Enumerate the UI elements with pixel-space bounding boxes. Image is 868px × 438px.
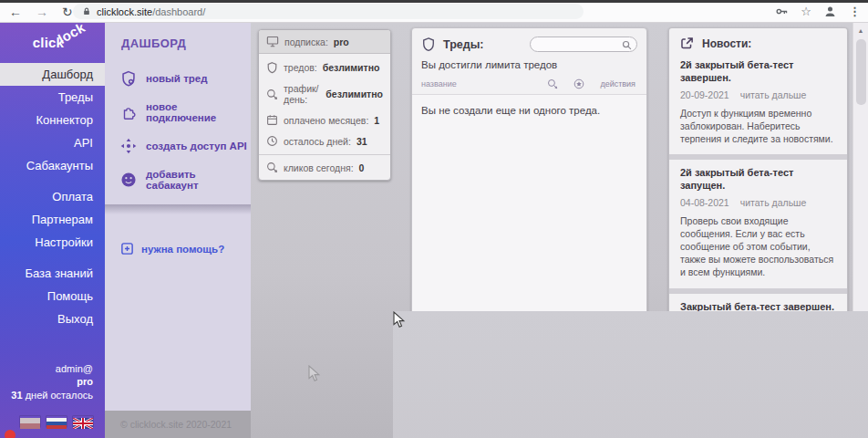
star-circle-icon (574, 78, 584, 89)
calendar-icon (266, 114, 278, 126)
stat-row-clicks-today: кликов сегодня:0 (259, 154, 390, 180)
stat-row-days-left: осталось дней:31 (259, 130, 390, 151)
dashboard-panel-title: ДАШБОРД (121, 36, 251, 50)
browser-chrome: ← → ↻ clicklock.site/dashboard/ ☆ ⋮ (0, 0, 868, 23)
new-connection-link[interactable]: новое подключение (105, 94, 251, 130)
shield-plus-icon (120, 70, 137, 87)
sidebar-item-logout[interactable]: Выход (0, 308, 105, 330)
sidebar-menu: Дашборд Треды Коннектор API Сабакаунты О… (0, 63, 105, 330)
news-item-body: Проверь свои входящие сообщения. Если у … (680, 214, 836, 279)
profile-icon[interactable] (823, 5, 837, 18)
column-name-label: название (421, 79, 457, 89)
language-switcher (20, 416, 93, 427)
news-item-title: 2й закрытый бета-тест завершен. (680, 58, 836, 85)
click-icon (547, 78, 558, 89)
click-icon (266, 162, 278, 173)
account-days-left: 31 дней осталось (11, 389, 93, 402)
url-text: clicklock.site/dashboard/ (97, 6, 205, 17)
monitor-icon (266, 36, 279, 47)
subscription-card: подписка: pro тредов:безлимитно трафик/д… (258, 29, 391, 181)
mouse-cursor-ghost-icon (308, 365, 321, 387)
news-title: Новости: (702, 37, 751, 50)
key-icon[interactable] (775, 5, 789, 18)
new-thread-label: новый тред (146, 73, 207, 84)
external-link-icon (680, 36, 694, 50)
shield-icon (266, 61, 278, 74)
address-bar[interactable]: clicklock.site/dashboard/ (73, 4, 584, 19)
thread-limit-notice: Вы достигли лимита тредов (412, 57, 646, 77)
news-card: Новости: 2й закрытый бета-тест завершен.… (669, 28, 847, 154)
shield-icon (421, 36, 436, 52)
copyright-footer: © clicklock.site 2020-2021 (105, 411, 251, 438)
clicklock-logo: clicklock (0, 23, 105, 50)
help-plus-icon (120, 242, 134, 256)
stat-row-months-paid: оплачено месяцев:1 (259, 110, 390, 130)
flag-poland-icon[interactable] (20, 416, 40, 427)
browser-back-button[interactable]: ← (9, 4, 22, 20)
news-item-title: 2й закрытый бета-тест запущен. (680, 166, 836, 193)
news-item-body: Доступ к функциям временно заблокирован.… (680, 107, 836, 146)
sidebar-item-api[interactable]: API (0, 131, 105, 154)
threads-search-input[interactable] (531, 37, 636, 51)
bookmark-star-icon[interactable]: ☆ (801, 5, 811, 18)
subscription-header: подписка: pro (259, 30, 390, 54)
puzzle-icon (120, 104, 137, 120)
account-email: admin@ (11, 362, 93, 375)
stat-row-traffic: трафик/день:безлимитно (259, 78, 390, 110)
read-more-link[interactable]: читать дальше (740, 197, 807, 208)
search-icon (622, 40, 632, 50)
sidebar-item-help[interactable]: Помощь (0, 285, 105, 308)
browser-forward-button[interactable]: → (36, 4, 48, 20)
menu-dots-icon[interactable]: ⋮ (849, 5, 861, 18)
sidebar-item-dashboard[interactable]: Дашборд (0, 63, 105, 86)
read-more-link[interactable]: читать дальше (740, 89, 807, 100)
new-thread-link[interactable]: новый тред (105, 63, 251, 94)
clock-icon (266, 135, 278, 147)
news-item-date: 20-09-2021 (680, 89, 729, 100)
section-divider (105, 204, 251, 214)
browser-reload-button[interactable]: ↻ (62, 4, 73, 20)
sidebar-item-connector[interactable]: Коннектор (0, 109, 105, 131)
create-api-access-link[interactable]: создать доступ API (105, 130, 251, 162)
create-api-access-label: создать доступ API (146, 141, 247, 151)
flag-uk-icon[interactable] (73, 416, 93, 427)
sidebar: clicklock Дашборд Треды Коннектор API Са… (0, 23, 105, 438)
window-top-strip (0, 0, 868, 3)
news-item-date: 04-08-2021 (680, 197, 729, 208)
add-subaccount-link[interactable]: добавить сабакаунт (105, 162, 251, 198)
threads-search-box (530, 36, 637, 52)
add-subaccount-label: добавить сабакаунт (146, 169, 247, 191)
news-card: 2й закрытый бета-тест запущен. 04-08-202… (669, 160, 847, 287)
stat-row-threads: тредов:безлимитно (259, 54, 390, 78)
lock-icon (82, 6, 91, 16)
recording-dot (5, 430, 16, 438)
mouse-cursor-icon (393, 311, 868, 438)
sidebar-item-settings[interactable]: Настройки (0, 231, 105, 254)
click-icon (266, 89, 278, 100)
face-icon (120, 172, 137, 188)
subscription-label: подписка: (284, 36, 328, 47)
sidebar-item-subaccounts[interactable]: Сабакаунты (0, 154, 105, 177)
subscription-value: pro (334, 36, 349, 47)
dashboard-actions-panel: ДАШБОРД новый тред новое подключение соз… (105, 23, 251, 438)
need-help-link[interactable]: нужна помощь? (120, 242, 251, 256)
flag-russia-icon[interactable] (46, 416, 67, 427)
account-info: admin@ pro 31 дней осталось (11, 362, 93, 402)
new-connection-label: новое подключение (146, 101, 247, 123)
scrollbar-thumb[interactable] (856, 39, 866, 105)
need-help-label: нужна помощь? (141, 244, 224, 255)
threads-title: Треды: (443, 38, 484, 51)
threads-table-header: название действия (412, 77, 646, 95)
column-actions-label: действия (600, 79, 636, 89)
sidebar-item-knowledge-base[interactable]: База знаний (0, 262, 105, 285)
sidebar-item-threads[interactable]: Треды (0, 86, 105, 109)
scroll-up-arrow-icon[interactable]: ▲ (853, 27, 868, 34)
sidebar-item-payment[interactable]: Оплата (0, 185, 105, 208)
move-arrows-icon (120, 138, 137, 154)
sidebar-item-partners[interactable]: Партнерам (0, 208, 105, 231)
account-plan: pro (11, 375, 93, 388)
